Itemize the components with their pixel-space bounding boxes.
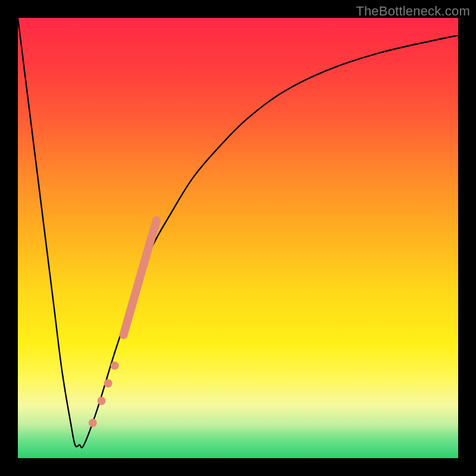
plot-area: [18, 18, 458, 458]
marker-dot: [89, 419, 97, 427]
marker-dots: [89, 362, 119, 427]
marker-dot: [104, 379, 112, 387]
chart-container: TheBottleneck.com: [0, 0, 476, 476]
marker-thick-segment: [124, 220, 157, 334]
chart-svg: [18, 18, 458, 458]
marker-dot: [111, 362, 119, 370]
marker-dot: [98, 397, 106, 405]
bottleneck-curve: [18, 18, 458, 448]
watermark: TheBottleneck.com: [356, 4, 470, 19]
